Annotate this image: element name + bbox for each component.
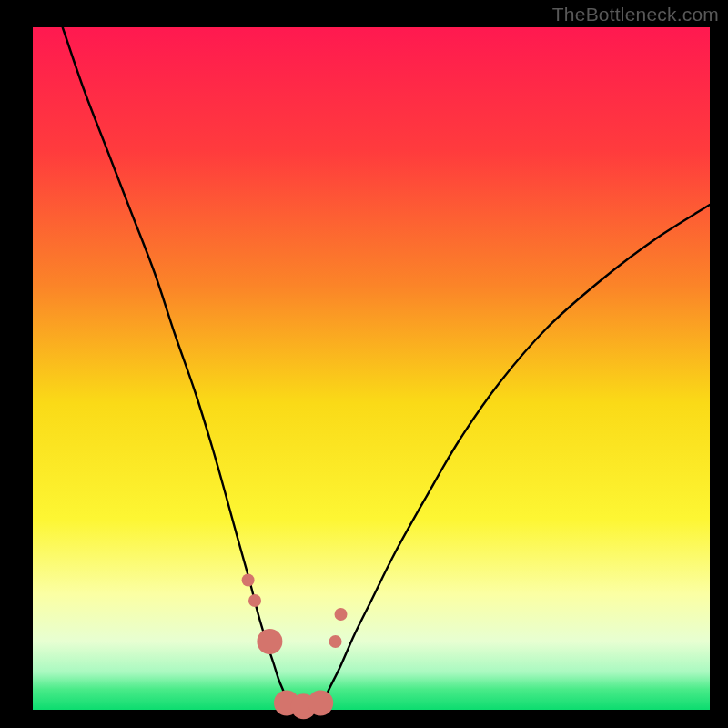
markers-point <box>329 635 342 648</box>
markers-point <box>248 594 261 607</box>
markers-point <box>257 629 282 654</box>
markers-point <box>335 608 348 621</box>
plot-background <box>33 27 710 710</box>
bottleneck-chart <box>0 0 728 728</box>
markers-point <box>242 574 255 587</box>
markers-point <box>308 691 333 716</box>
chart-frame: TheBottleneck.com <box>0 0 728 728</box>
watermark-text: TheBottleneck.com <box>552 4 719 25</box>
